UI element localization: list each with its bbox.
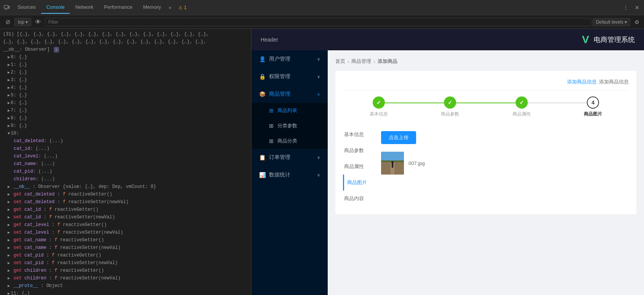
console-line[interactable]: ▶ set cat_id : f reactiveSetter(newVal) — [0, 213, 251, 221]
breadcrumb-home[interactable]: 首页 — [335, 58, 345, 65]
step-images: 4 商品图片 — [557, 96, 629, 117]
sidebar-item-goods[interactable]: 📦 商品管理 ∧ — [252, 85, 328, 103]
console-line[interactable]: ▶ get children : f reactiveGetter() — [0, 267, 251, 274]
clear-console-btn[interactable]: ⊘ — [2, 17, 13, 27]
app-title: 电商管理系统 — [594, 35, 635, 44]
form-section: 基本信息 商品参数 商品属性 商品图片 商品内容 点击上传 — [343, 127, 629, 207]
console-line[interactable]: ▶ get cat_level : f reactiveGetter() — [0, 221, 251, 229]
sidebar-item-goods-category[interactable]: ⊞ 商品分类 — [252, 133, 328, 149]
console-line: cat_pid: (...) — [0, 168, 251, 175]
svg-point-8 — [391, 161, 394, 164]
form-label-attrs: 商品属性 — [343, 159, 373, 175]
card-header: 添加商品信息 添加商品信息 — [343, 79, 629, 90]
sidebar-item-goods-list[interactable]: ⊞ 商品列表 — [252, 103, 328, 118]
console-line[interactable]: ▶8: {…} — [0, 114, 251, 122]
check-icon: ✓ — [448, 99, 452, 106]
vue-logo: V — [582, 34, 589, 46]
log-levels-select[interactable]: Default levels ▾ — [593, 18, 630, 26]
console-settings-btn[interactable]: ⚙ — [632, 17, 642, 27]
sidebar-item-orders[interactable]: 📋 订单管理 ∨ — [252, 149, 328, 166]
goods-submenu: ⊞ 商品列表 ⊞ 分类参数 ⊞ 商品分类 — [252, 103, 328, 149]
user-icon: 👤 — [259, 56, 265, 62]
tab-sources[interactable]: Sources — [12, 1, 41, 14]
uploaded-item: 007.jpg — [381, 149, 621, 178]
tab-console[interactable]: Console — [41, 1, 70, 14]
step-params-circle: ✓ — [444, 96, 456, 109]
form-label-basic: 基本信息 — [343, 127, 373, 143]
console-line[interactable]: ▶ get cat_name : f reactiveGetter() — [0, 236, 251, 244]
console-line[interactable]: ▶6: {…} — [0, 99, 251, 107]
sidebar-item-goods-category-label: 商品分类 — [277, 138, 297, 144]
console-line[interactable]: ▶0: {…} — [0, 53, 251, 61]
console-line: cat_name: (...) — [0, 160, 251, 168]
sidebar-item-permissions-label: 权限管理 — [269, 73, 290, 80]
console-line[interactable]: ▶ set cat_name : f reactiveSetter(newVal… — [0, 244, 251, 252]
info-icon: 添加商品信息 — [567, 79, 597, 85]
console-line[interactable]: ▶ set cat_deleted : f reactiveSetter(new… — [0, 198, 251, 206]
chevron-down-icon: ∨ — [317, 173, 320, 178]
goods-icon: 📦 — [259, 91, 265, 97]
console-line[interactable]: ▶4: {…} — [0, 84, 251, 91]
console-line[interactable]: ▶11: {…} — [0, 290, 251, 295]
console-line[interactable]: ▶9: {…} — [0, 122, 251, 130]
step-basic-circle: ✓ — [373, 96, 385, 109]
devtools-warning[interactable]: ⚠ 1 — [175, 5, 190, 10]
more-tabs-btn[interactable]: » — [166, 2, 173, 13]
console-panel: (31) [{…}, {…}, {…}, {…}, {…}, {…}, {…},… — [0, 29, 252, 295]
card-info-label: 添加商品信息 — [599, 79, 629, 85]
check-icon: ✓ — [519, 99, 524, 106]
console-line[interactable]: ▶ __ob__ : Observer {value: {…}, dep: De… — [0, 183, 251, 191]
console-line[interactable]: ▶ get cat_deleted : f reactiveGetter() — [0, 191, 251, 198]
breadcrumb-goods-mgmt[interactable]: 商品管理 — [351, 58, 371, 65]
console-line[interactable]: ▶ set cat_level : f reactiveSetter(newVa… — [0, 229, 251, 236]
chevron-down-icon: ∨ — [317, 74, 320, 79]
console-line[interactable]: ▶2: {…} — [0, 69, 251, 76]
console-line[interactable]: ▶1: {…} — [0, 61, 251, 69]
console-line[interactable]: ▶3: {…} — [0, 76, 251, 84]
sidebar-item-category-params[interactable]: ⊞ 分类参数 — [252, 118, 328, 133]
breadcrumb-sep-1: › — [348, 59, 349, 64]
show-preserved-btn[interactable]: 👁 — [33, 17, 43, 27]
form-label-content: 商品内容 — [343, 191, 373, 207]
form-label-params: 商品参数 — [343, 143, 373, 159]
sidebar-item-permissions[interactable]: 🔒 权限管理 ∨ — [252, 68, 328, 85]
header-right: V 电商管理系统 — [582, 34, 635, 46]
sidebar-item-data[interactable]: 📊 数据统计 ∨ — [252, 166, 328, 184]
sidebar-item-data-label: 数据统计 — [269, 172, 290, 178]
devtools-actions: ⋮ ✕ — [620, 2, 642, 13]
console-line[interactable]: ▶ get cat_id : f reactiveGetter() — [0, 206, 251, 213]
tab-performance[interactable]: Performance — [99, 1, 138, 14]
orders-icon: 📋 — [259, 154, 265, 160]
breadcrumb: 首页 › 商品管理 › 添加商品 — [335, 58, 636, 65]
sidebar-item-goods-label: 商品管理 — [269, 91, 290, 98]
upload-btn[interactable]: 点击上传 — [381, 131, 416, 144]
svg-rect-7 — [392, 163, 393, 168]
sidebar-item-orders-label: 订单管理 — [269, 154, 290, 161]
console-line[interactable]: ▶ __proto__ : Object — [0, 282, 251, 290]
tab-memory[interactable]: Memory — [138, 1, 167, 14]
console-line[interactable]: ▶5: {…} — [0, 91, 251, 99]
step-images-circle: 4 — [587, 96, 599, 109]
app-body: 👤 用户管理 ∨ 🔒 权限管理 ∨ 📦 商品管理 ∧ — [252, 50, 644, 295]
sidebar-item-users[interactable]: 👤 用户管理 ∨ — [252, 50, 328, 68]
filter-input[interactable] — [45, 18, 591, 26]
console-line[interactable]: ▶ get cat_pid : f reactiveGetter() — [0, 252, 251, 259]
console-line[interactable]: ▶7: {…} — [0, 107, 251, 114]
console-line[interactable]: ▼10: — [0, 130, 251, 137]
console-line: children: (...) — [0, 175, 251, 183]
context-selector[interactable]: top ▾ — [14, 18, 31, 26]
console-output: (31) [{…}, {…}, {…}, {…}, {…}, {…}, {…},… — [0, 29, 251, 295]
step-images-label: 商品图片 — [584, 111, 602, 117]
tab-network[interactable]: Network — [70, 1, 99, 14]
sidebar-item-goods-list-label: 商品列表 — [277, 107, 297, 114]
console-line: (31) [{…}, {…}, {…}, {…}, {…}, {…}, {…},… — [0, 30, 251, 38]
close-devtools-btn[interactable]: ✕ — [632, 2, 642, 13]
step-attrs-circle: ✓ — [516, 96, 528, 109]
console-line[interactable]: ▶ set children : f reactiveSetter(newVal… — [0, 274, 251, 282]
more-options-btn[interactable]: ⋮ — [620, 2, 631, 13]
console-line: cat_id: (...) — [0, 145, 251, 152]
chevron-down-icon: ∨ — [317, 57, 320, 62]
console-line[interactable]: ▶ set cat_pid : f reactiveSetter(newVal) — [0, 259, 251, 267]
devtools-device-icon[interactable] — [2, 2, 12, 13]
step-attrs-label: 商品属性 — [513, 111, 531, 117]
